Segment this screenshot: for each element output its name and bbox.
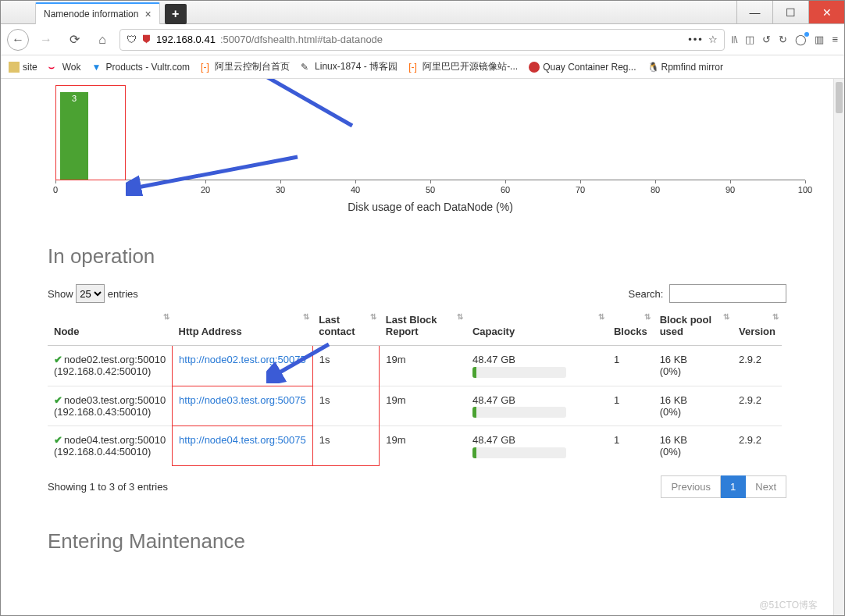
- blocks: 1: [614, 354, 619, 365]
- bookmark-item[interactable]: ✎Linux-1874 - 博客园: [301, 60, 398, 73]
- undo-icon[interactable]: ↺: [762, 34, 771, 45]
- pagination: Previous 1 Next: [661, 475, 786, 498]
- window-maximize-button[interactable]: ☐: [772, 1, 808, 23]
- reload-button[interactable]: ⟳: [63, 29, 85, 51]
- tab-close-icon[interactable]: ×: [144, 8, 151, 20]
- page-1-button[interactable]: 1: [721, 475, 746, 498]
- watermark: @51CTO博客: [759, 599, 818, 612]
- node-name: node02.test.org:50010: [64, 354, 166, 365]
- redo-icon[interactable]: ↻: [779, 34, 787, 45]
- back-button[interactable]: ←: [7, 29, 29, 51]
- column-label: Http Address: [179, 326, 242, 337]
- bookmark-star-icon[interactable]: ☆: [708, 34, 718, 45]
- bookmark-label: 阿里巴巴开源镜像站-...: [422, 60, 518, 73]
- heading-in-operation: In operation: [48, 244, 833, 269]
- column-header[interactable]: Last Block Report⇅: [380, 309, 466, 346]
- http-address-link[interactable]: http://node04.test.org:50075: [179, 434, 306, 446]
- chart-tick: 90: [726, 185, 735, 194]
- bookmark-item[interactable]: Quay Container Reg...: [529, 62, 636, 73]
- sort-icon: ⇅: [772, 314, 779, 320]
- scrollbar-thumb[interactable]: [836, 82, 843, 113]
- window-close-button[interactable]: ✕: [808, 1, 844, 23]
- chart-tick: 0: [53, 185, 58, 194]
- bookmark-label: site: [23, 62, 37, 73]
- toolbar-right: ⦀\ ◫ ↺ ↻ ◯ ▥ ≡: [731, 34, 838, 46]
- sort-icon: ⇅: [370, 314, 376, 320]
- last-contact: 1s: [319, 434, 330, 446]
- bookmark-item[interactable]: [-]阿里巴巴开源镜像站-...: [408, 60, 518, 73]
- cnblogs-icon: ✎: [301, 62, 312, 73]
- last-contact: 1s: [319, 394, 330, 406]
- sort-icon: ⇅: [644, 314, 651, 320]
- prev-button[interactable]: Previous: [661, 475, 721, 498]
- bookmark-item[interactable]: [-]阿里云控制台首页: [201, 60, 290, 73]
- url-bar[interactable]: 🛡 ⛊ 192.168.0.41:50070/dfshealth.html#ta…: [119, 29, 725, 51]
- table-row: ✔node03.test.org:50010(192.168.0.43:5001…: [48, 386, 782, 426]
- chart-bar: 3: [60, 92, 88, 180]
- bookmark-label: Products - Vultr.com: [105, 62, 190, 73]
- column-label: Capacity: [472, 326, 515, 337]
- column-header[interactable]: Version⇅: [733, 309, 782, 346]
- bookmark-item[interactable]: ▼Products - Vultr.com: [91, 62, 190, 73]
- column-header[interactable]: Node⇅: [48, 309, 173, 346]
- disk-usage-chart: 01020304050607080901003 Disk usage of ea…: [55, 87, 805, 213]
- capacity-text: 48.47 GB: [472, 354, 515, 365]
- chart-tick: 30: [276, 185, 285, 194]
- chart-tick: 20: [201, 185, 210, 194]
- length-control: Show 25 entries: [48, 284, 138, 303]
- home-button[interactable]: ⌂: [91, 29, 113, 51]
- show-label: Show: [48, 288, 73, 300]
- blocks: 1: [614, 394, 619, 406]
- sidebar-icon[interactable]: ◫: [745, 34, 754, 45]
- column-header[interactable]: Http Address⇅: [173, 309, 313, 346]
- entries-label: entries: [108, 288, 138, 300]
- column-header[interactable]: Capacity⇅: [466, 309, 608, 346]
- menu-icon[interactable]: ≡: [832, 34, 838, 45]
- page-content: 01020304050607080901003 Disk usage of ea…: [1, 79, 833, 615]
- extensions-icon[interactable]: ▥: [815, 34, 824, 45]
- forward-button[interactable]: →: [35, 29, 57, 51]
- block-pool-used-pct: (0%): [660, 406, 681, 418]
- chart-tick: 50: [426, 185, 435, 194]
- sort-icon: ⇅: [598, 314, 604, 320]
- table-row: ✔node04.test.org:50010(192.168.0.44:5001…: [48, 426, 782, 466]
- page-length-select[interactable]: 25: [76, 284, 105, 303]
- aliyun-mirror-icon: [-]: [408, 62, 419, 73]
- insecure-icon: ⛊: [141, 34, 152, 45]
- status-ok-icon: ✔: [54, 434, 62, 446]
- new-tab-button[interactable]: +: [165, 4, 187, 24]
- capacity-bar: [472, 447, 566, 458]
- account-icon[interactable]: ◯: [795, 34, 807, 45]
- bookmark-item[interactable]: ⌣Wok: [48, 62, 81, 73]
- bookmark-label: Rpmfind mirror: [661, 62, 723, 73]
- version: 2.9.2: [739, 434, 761, 446]
- wok-icon: ⌣: [48, 62, 59, 73]
- column-header[interactable]: Last contact⇅: [312, 309, 380, 346]
- next-button[interactable]: Next: [746, 475, 786, 498]
- page-scrollbar[interactable]: [833, 79, 844, 615]
- http-address-link[interactable]: http://node03.test.org:50075: [179, 394, 306, 406]
- capacity-text: 48.47 GB: [472, 434, 515, 446]
- column-header[interactable]: Blocks⇅: [608, 309, 654, 346]
- search-input[interactable]: [669, 284, 786, 303]
- bookmark-item[interactable]: 🐧Rpmfind mirror: [647, 62, 723, 73]
- bookmark-label: Wok: [62, 62, 81, 73]
- search-label: Search:: [629, 288, 664, 300]
- browser-tab-active[interactable]: Namenode information ×: [35, 2, 160, 24]
- chart-tick: 10: [126, 185, 135, 194]
- window-minimize-button[interactable]: —: [736, 1, 772, 23]
- last-block-report: 19m: [386, 394, 405, 406]
- column-label: Last contact: [319, 314, 355, 337]
- capacity-bar: [472, 367, 566, 378]
- capacity-bar: [472, 407, 566, 418]
- version: 2.9.2: [739, 394, 761, 406]
- column-header[interactable]: Block pool used⇅: [654, 309, 733, 346]
- datatable-controls: Show 25 entries Search:: [48, 284, 786, 303]
- block-pool-used: 16 KB: [660, 354, 687, 365]
- bookmark-item[interactable]: site: [9, 62, 37, 73]
- http-address-link[interactable]: http://node02.test.org:50075: [179, 354, 306, 365]
- url-host: 192.168.0.41: [156, 34, 216, 45]
- library-icon[interactable]: ⦀\: [731, 34, 738, 46]
- url-path: :50070/dfshealth.html#tab-datanode: [220, 34, 383, 45]
- page-actions-icon[interactable]: •••: [688, 34, 704, 45]
